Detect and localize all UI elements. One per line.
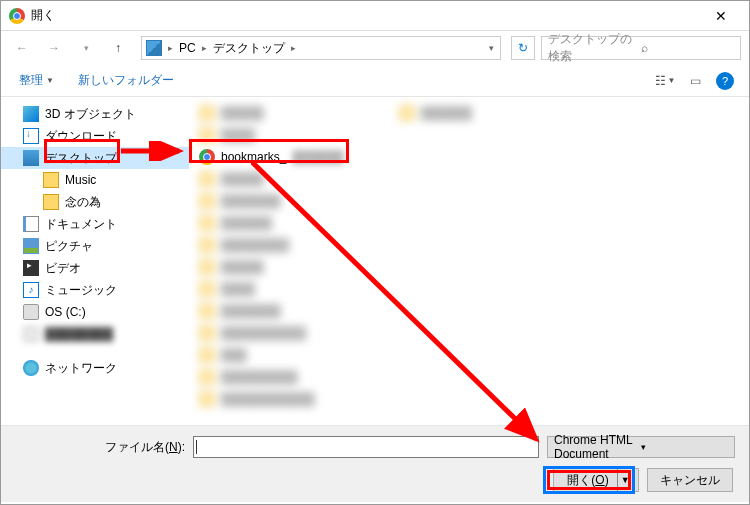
- chevron-right-icon[interactable]: ▸: [166, 43, 175, 53]
- sidebar-item-folder[interactable]: 念の為: [1, 191, 189, 213]
- file-row-bookmarks[interactable]: bookmarks_██████: [199, 147, 739, 167]
- file-list[interactable]: █████ ████ bookmarks_██████ █████ ██████…: [189, 97, 749, 425]
- folder-icon: [199, 303, 215, 319]
- folder-icon: [199, 215, 215, 231]
- filename-label: ファイル名(N):: [15, 439, 185, 456]
- desktop-icon: [146, 40, 162, 56]
- chevron-right-icon[interactable]: ▸: [289, 43, 298, 53]
- chevron-down-icon[interactable]: ▾: [487, 43, 496, 53]
- close-button[interactable]: ✕: [701, 2, 741, 30]
- sidebar-item-network[interactable]: ネットワーク: [1, 357, 189, 379]
- breadcrumb-seg-pc[interactable]: PC: [175, 41, 200, 55]
- file-row-blurred[interactable]: █████████: [199, 367, 739, 387]
- title-bar: 開く ✕: [1, 1, 749, 31]
- search-placeholder: デスクトップの検索: [548, 31, 641, 65]
- file-row-blurred[interactable]: ███: [199, 345, 739, 365]
- folder-icon: [199, 237, 215, 253]
- file-row-blurred[interactable]: ███████████: [199, 389, 739, 409]
- chevron-down-icon: ▼: [46, 76, 54, 85]
- folder-icon: [399, 105, 415, 121]
- sidebar-item-blurred[interactable]: ████████: [1, 323, 189, 345]
- folder-icon: [199, 105, 215, 121]
- sidebar-item-osdrive[interactable]: OS (C:): [1, 301, 189, 323]
- view-options-button[interactable]: ☷ ▼: [653, 69, 677, 93]
- sidebar-item-documents[interactable]: ドキュメント: [1, 213, 189, 235]
- open-button[interactable]: 開く(O) ▼: [553, 468, 639, 492]
- up-button[interactable]: ↑: [105, 35, 131, 61]
- music-icon: ♪: [23, 282, 39, 298]
- file-type-filter[interactable]: Chrome HTML Document ▾: [547, 436, 735, 458]
- network-icon: [23, 360, 39, 376]
- folder-icon: [199, 171, 215, 187]
- folder-icon: [199, 369, 215, 385]
- file-row-blurred[interactable]: ██████████: [199, 323, 739, 343]
- bottom-panel: ファイル名(N): Chrome HTML Document ▾ 開く(O) ▼…: [1, 425, 749, 502]
- folder-icon: [199, 325, 215, 341]
- refresh-button[interactable]: ↻: [511, 36, 535, 60]
- help-button[interactable]: ?: [713, 69, 737, 93]
- pictures-icon: [23, 238, 39, 254]
- sidebar-item-music[interactable]: ♪ミュージック: [1, 279, 189, 301]
- sidebar-item-pictures[interactable]: ピクチャ: [1, 235, 189, 257]
- help-icon: ?: [716, 72, 734, 90]
- file-row-blurred[interactable]: ████: [199, 279, 739, 299]
- file-column-2: ██████: [399, 103, 472, 125]
- folder-icon: [199, 127, 215, 143]
- folder-icon: [43, 194, 59, 210]
- chevron-right-icon[interactable]: ▸: [200, 43, 209, 53]
- folder-icon: [199, 193, 215, 209]
- folder-icon: [199, 259, 215, 275]
- history-dropdown[interactable]: ▾: [73, 35, 99, 61]
- disk-icon: [23, 326, 39, 342]
- sidebar-item-videos[interactable]: ビデオ: [1, 257, 189, 279]
- breadcrumb-seg-desktop[interactable]: デスクトップ: [209, 40, 289, 57]
- file-row-blurred[interactable]: ██████: [399, 103, 472, 123]
- chrome-icon: [9, 8, 25, 24]
- search-icon: ⌕: [641, 41, 734, 55]
- file-row-blurred[interactable]: ███████: [199, 301, 739, 321]
- video-icon: [23, 260, 39, 276]
- file-row-blurred[interactable]: ███████: [199, 191, 739, 211]
- main-area: 3D オブジェクト ダウンロード デスクトップ Music 念の為 ドキュメント…: [1, 97, 749, 425]
- folder-icon: [199, 391, 215, 407]
- nav-bar: ← → ▾ ↑ ▸ PC ▸ デスクトップ ▸ ▾ ↻ デスクトップの検索 ⌕: [1, 31, 749, 65]
- download-icon: [23, 128, 39, 144]
- forward-button: →: [41, 35, 67, 61]
- sidebar-item-desktop[interactable]: デスクトップ: [1, 147, 189, 169]
- chevron-down-icon: ▾: [641, 442, 728, 452]
- sidebar-item-3dobjects[interactable]: 3D オブジェクト: [1, 103, 189, 125]
- search-input[interactable]: デスクトップの検索 ⌕: [541, 36, 741, 60]
- breadcrumb[interactable]: ▸ PC ▸ デスクトップ ▸ ▾: [141, 36, 501, 60]
- folder-icon: [199, 347, 215, 363]
- desktop-icon: [23, 150, 39, 166]
- file-row-blurred[interactable]: ████████: [199, 235, 739, 255]
- document-icon: [23, 216, 39, 232]
- cancel-button[interactable]: キャンセル: [647, 468, 733, 492]
- sidebar: 3D オブジェクト ダウンロード デスクトップ Music 念の為 ドキュメント…: [1, 97, 189, 425]
- folder-icon: [43, 172, 59, 188]
- open-dropdown-button[interactable]: ▼: [617, 469, 633, 491]
- sidebar-item-downloads[interactable]: ダウンロード: [1, 125, 189, 147]
- file-row-blurred[interactable]: █████: [199, 257, 739, 277]
- new-folder-button[interactable]: 新しいフォルダー: [72, 68, 180, 93]
- file-row-blurred[interactable]: ████: [199, 125, 739, 145]
- toolbar: 整理▼ 新しいフォルダー ☷ ▼ ▭ ?: [1, 65, 749, 97]
- preview-pane-button[interactable]: ▭: [683, 69, 707, 93]
- file-row-blurred[interactable]: ██████: [199, 213, 739, 233]
- sidebar-item-music-folder[interactable]: Music: [1, 169, 189, 191]
- filename-input[interactable]: [193, 436, 539, 458]
- organize-button[interactable]: 整理▼: [13, 68, 60, 93]
- disk-icon: [23, 304, 39, 320]
- window-title: 開く: [31, 7, 701, 24]
- chrome-icon: [199, 149, 215, 165]
- folder-icon: [199, 281, 215, 297]
- 3d-icon: [23, 106, 39, 122]
- file-row-blurred[interactable]: █████: [199, 169, 739, 189]
- back-button[interactable]: ←: [9, 35, 35, 61]
